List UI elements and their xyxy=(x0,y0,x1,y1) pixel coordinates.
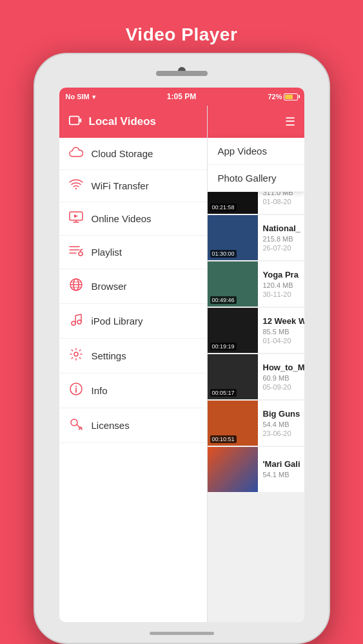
battery-fill xyxy=(285,95,293,99)
video-title: Yoga Pra xyxy=(263,270,299,279)
video-duration: 00:21:58 xyxy=(210,204,237,211)
hamburger-button[interactable]: ☰ xyxy=(285,115,295,129)
video-date: 01-08-20 xyxy=(263,198,299,205)
video-duration: 00:10:51 xyxy=(210,435,237,443)
video-thumbnail: 00:19:19 xyxy=(208,308,258,353)
video-item-v3[interactable]: 00:49:46 Yoga Pra 120.4 MB 30-11-20 xyxy=(208,261,304,307)
video-size: 120.4 MB xyxy=(263,281,299,289)
svg-point-10 xyxy=(79,252,83,256)
video-duration: 00:49:46 xyxy=(210,296,237,304)
local-videos-icon xyxy=(68,113,83,130)
phone-frame: No SIM ▾ 1:05 PM 72% xyxy=(34,53,330,644)
sidebar-header-title: Local Videos xyxy=(89,115,157,128)
video-duration: 00:05:17 xyxy=(210,389,237,397)
ipod-library-label: iPod Library xyxy=(92,316,143,327)
page-title: Video Player xyxy=(126,24,238,45)
cloud-storage-label: Cloud Storage xyxy=(92,148,153,159)
video-thumbnail: 01:30:00 xyxy=(208,215,258,260)
video-size: 54.1 MB xyxy=(263,471,300,478)
svg-line-12 xyxy=(81,249,83,250)
video-item-v2[interactable]: 01:30:00 National_ 215.8 MB 26-07-20 xyxy=(208,215,304,260)
video-info: Big Guns 54.4 MB 23-06-20 xyxy=(258,401,304,446)
volume-up-button xyxy=(34,189,35,228)
svg-marker-6 xyxy=(74,214,78,218)
carrier-label: No SIM xyxy=(66,93,90,100)
video-duration: 00:19:19 xyxy=(210,343,237,350)
video-date: 26-07-20 xyxy=(263,244,301,252)
video-title: 'Mari Gali xyxy=(263,459,300,469)
playlist-icon xyxy=(68,245,84,260)
page-title-container: Video Player xyxy=(126,0,238,53)
sidebar-item-playlist[interactable]: Playlist xyxy=(59,236,207,269)
sidebar-item-browser[interactable]: Browser xyxy=(59,269,207,304)
status-bar: No SIM ▾ 1:05 PM 72% xyxy=(59,88,304,106)
dropdown-menu: App Videos Photo Gallery xyxy=(208,138,304,192)
online-videos-label: Online Videos xyxy=(92,213,152,224)
phone-screen: No SIM ▾ 1:05 PM 72% xyxy=(59,88,304,622)
sidebar: Local Videos Cloud Storage xyxy=(59,106,208,622)
browser-label: Browser xyxy=(92,281,127,292)
wifi-status-icon: ▾ xyxy=(92,93,95,100)
video-title: How_to_M xyxy=(263,363,304,372)
sidebar-header: Local Videos xyxy=(59,106,207,138)
video-item-v5[interactable]: 00:05:17 How_to_M 60.9 MB 05-09-20 xyxy=(208,354,304,399)
video-size: 60.9 MB xyxy=(263,374,304,382)
video-thumbnail: 00:49:46 xyxy=(208,261,258,307)
sidebar-item-info[interactable]: Info xyxy=(59,374,207,408)
mute-button xyxy=(34,157,35,180)
main-content: ☰ App Videos Photo Gallery 00:21:58 xyxy=(208,106,304,622)
wifi-transfer-label: WiFi Transfer xyxy=(92,180,149,191)
video-thumbnail xyxy=(208,447,258,492)
svg-line-22 xyxy=(75,314,81,316)
svg-rect-0 xyxy=(69,117,79,125)
key-icon xyxy=(68,417,84,433)
sidebar-item-licenses[interactable]: Licenses xyxy=(59,408,207,443)
sidebar-item-ipod-library[interactable]: iPod Library xyxy=(59,304,207,339)
home-indicator xyxy=(150,632,214,635)
video-date: 05-09-20 xyxy=(263,383,304,391)
monitor-icon xyxy=(68,211,84,226)
svg-point-2 xyxy=(75,188,76,189)
video-item-v4[interactable]: 00:19:19 12 Week W 85.5 MB 01-04-20 xyxy=(208,308,304,353)
status-left: No SIM ▾ xyxy=(66,93,95,100)
sidebar-item-online-videos[interactable]: Online Videos xyxy=(59,202,207,236)
svg-point-18 xyxy=(72,321,75,325)
video-info: 'Mari Gali 54.1 MB xyxy=(258,447,304,492)
power-button xyxy=(329,189,330,241)
svg-point-26 xyxy=(75,386,77,387)
settings-label: Settings xyxy=(92,350,126,361)
music-icon xyxy=(68,313,84,329)
info-icon xyxy=(68,383,84,399)
video-date: 23-06-20 xyxy=(263,430,300,437)
sidebar-item-cloud-storage[interactable]: Cloud Storage xyxy=(59,138,207,170)
video-info: Yoga Pra 120.4 MB 30-11-20 xyxy=(258,261,304,307)
status-time: 1:05 PM xyxy=(167,92,196,101)
globe-icon xyxy=(68,278,84,294)
dropdown-app-videos[interactable]: App Videos xyxy=(208,138,304,165)
cloud-icon xyxy=(68,147,84,160)
video-list[interactable]: 00:21:58 You Cant 311.0 MB 01-08-20 01:3… xyxy=(208,169,304,622)
video-duration: 01:30:00 xyxy=(210,250,237,258)
video-date: 30-11-20 xyxy=(263,290,299,298)
sidebar-item-settings[interactable]: Settings xyxy=(59,339,207,374)
sidebar-item-wifi-transfer[interactable]: WiFi Transfer xyxy=(59,170,207,202)
app-content: Local Videos Cloud Storage xyxy=(59,106,304,622)
main-header: ☰ xyxy=(208,106,304,138)
video-item-v7[interactable]: 'Mari Gali 54.1 MB xyxy=(208,447,304,492)
gear-icon xyxy=(68,348,84,364)
status-right: 72% xyxy=(268,93,297,100)
video-title: National_ xyxy=(263,223,301,233)
video-title: Big Guns xyxy=(263,409,300,419)
video-size: 215.8 MB xyxy=(263,235,301,243)
video-info: National_ 215.8 MB 26-07-20 xyxy=(258,215,304,260)
volume-down-button xyxy=(34,238,35,276)
video-item-v6[interactable]: 00:10:51 Big Guns 54.4 MB 23-06-20 xyxy=(208,401,304,446)
video-info: 12 Week W 85.5 MB 01-04-20 xyxy=(258,308,304,353)
svg-point-19 xyxy=(77,320,81,324)
video-thumbnail: 00:10:51 xyxy=(208,401,258,446)
video-date: 01-04-20 xyxy=(263,337,304,345)
dropdown-photo-gallery[interactable]: Photo Gallery xyxy=(208,165,304,192)
info-label: Info xyxy=(92,385,108,396)
battery-icon xyxy=(284,93,298,100)
speaker xyxy=(156,71,208,76)
